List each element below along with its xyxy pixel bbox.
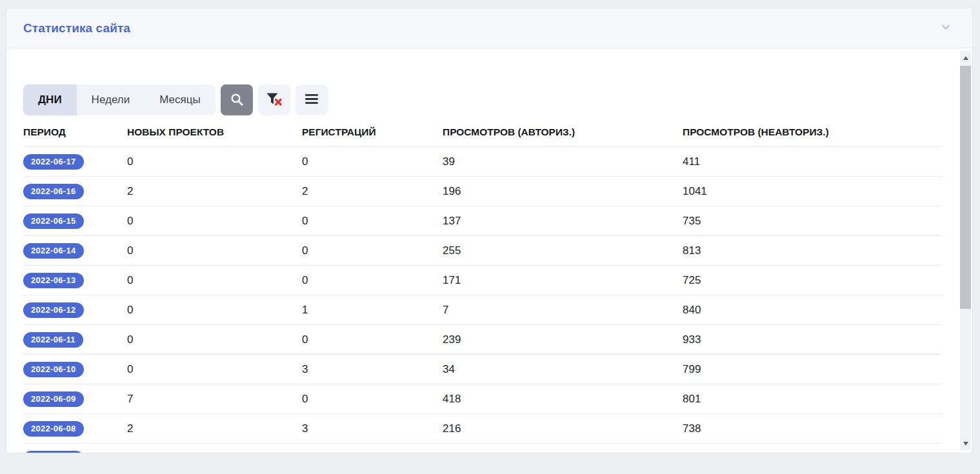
views-auth-cell: 255 bbox=[443, 236, 683, 266]
column-header: ПЕРИОД bbox=[23, 126, 127, 147]
views-unauth-cell: 725 bbox=[683, 266, 941, 295]
period-badge[interactable]: 2022-06-12 bbox=[23, 302, 84, 318]
table-row: 2022-06-1400255813 bbox=[23, 236, 941, 266]
table-row: 2022-06-1300171725 bbox=[23, 266, 941, 295]
views-auth-cell: 196 bbox=[443, 177, 683, 206]
table-row: 2022-06-100334799 bbox=[23, 355, 941, 384]
new-projects-cell: 0 bbox=[127, 295, 302, 325]
period-badge[interactable]: 2022-06-09 bbox=[23, 391, 84, 407]
tab-days[interactable]: ДНИ bbox=[23, 84, 77, 115]
collapse-panel-button[interactable] bbox=[936, 17, 955, 39]
panel-body: ДНИ Недели Месяцы bbox=[6, 48, 972, 453]
views-auth-cell: 39 bbox=[443, 147, 683, 177]
new-projects-cell: 0 bbox=[127, 147, 302, 177]
filter-x-icon bbox=[265, 91, 283, 109]
scrollbar-thumb[interactable] bbox=[960, 66, 971, 309]
views-unauth-cell: 738 bbox=[683, 414, 941, 444]
views-unauth-cell: 840 bbox=[683, 295, 941, 325]
statistics-table: ПЕРИОДНОВЫХ ПРОЕКТОВРЕГИСТРАЦИЙПРОСМОТРО… bbox=[23, 126, 941, 453]
new-projects-cell: 0 bbox=[127, 236, 302, 266]
search-icon bbox=[229, 92, 245, 109]
new-projects-cell: 0 bbox=[127, 206, 302, 236]
panel-title: Статистика сайта bbox=[23, 21, 130, 35]
scroll-down-arrow[interactable] bbox=[960, 438, 971, 449]
period-cell: 2022-06-10 bbox=[23, 355, 127, 384]
table-row: 2022-06-12017840 bbox=[23, 295, 941, 325]
views-unauth-cell: 933 bbox=[683, 325, 941, 355]
tab-months[interactable]: Месяцы bbox=[145, 84, 215, 115]
views-unauth-cell: 799 bbox=[683, 355, 941, 384]
period-cell: 2022-06-14 bbox=[23, 236, 127, 266]
period-cell: 2022-06-08 bbox=[23, 414, 127, 444]
views-unauth-cell: 813 bbox=[683, 236, 941, 266]
period-cell: 2022-06-15 bbox=[23, 206, 127, 236]
panel-header: Статистика сайта bbox=[6, 8, 972, 48]
period-badge[interactable]: 2022-06-11 bbox=[23, 332, 83, 348]
views-unauth-cell: 611 bbox=[683, 444, 941, 453]
table-row: 2022-06-0823216738 bbox=[23, 414, 941, 444]
views-unauth-cell: 735 bbox=[683, 206, 941, 236]
registrations-cell: 0 bbox=[302, 236, 443, 266]
period-cell: 2022-06-12 bbox=[23, 295, 127, 325]
table-row: 2022-06-170039411 bbox=[23, 147, 941, 177]
period-badge[interactable]: 2022-06-07 bbox=[23, 451, 84, 453]
table-row: 2022-06-070144611 bbox=[23, 444, 941, 453]
registrations-cell: 3 bbox=[302, 355, 443, 384]
registrations-cell: 0 bbox=[302, 384, 443, 414]
vertical-scrollbar[interactable] bbox=[960, 51, 971, 450]
views-auth-cell: 418 bbox=[443, 384, 683, 414]
period-cell: 2022-06-17 bbox=[23, 147, 127, 177]
column-header: РЕГИСТРАЦИЙ bbox=[302, 126, 443, 147]
period-badge[interactable]: 2022-06-13 bbox=[23, 273, 84, 288]
views-auth-cell: 239 bbox=[443, 325, 683, 355]
table-row: 2022-06-1500137735 bbox=[23, 206, 941, 236]
registrations-cell: 1 bbox=[302, 444, 443, 453]
new-projects-cell: 0 bbox=[127, 444, 302, 453]
toolbar: ДНИ Недели Месяцы bbox=[23, 84, 941, 115]
statistics-panel: Статистика сайта ДНИ Недели Месяцы bbox=[6, 8, 973, 453]
views-auth-cell: 137 bbox=[443, 206, 683, 236]
period-badge[interactable]: 2022-06-10 bbox=[23, 362, 84, 377]
period-badge[interactable]: 2022-06-15 bbox=[23, 213, 84, 229]
clear-filter-button[interactable] bbox=[258, 84, 290, 115]
hamburger-icon bbox=[305, 93, 319, 107]
views-auth-cell: 171 bbox=[443, 266, 683, 295]
new-projects-cell: 2 bbox=[127, 414, 302, 444]
table-row: 2022-06-16221961041 bbox=[23, 177, 941, 206]
new-projects-cell: 0 bbox=[127, 355, 302, 384]
views-unauth-cell: 801 bbox=[683, 384, 941, 414]
period-badge[interactable]: 2022-06-17 bbox=[23, 154, 84, 170]
period-badge[interactable]: 2022-06-16 bbox=[23, 184, 84, 199]
menu-button[interactable] bbox=[295, 84, 328, 115]
views-auth-cell: 216 bbox=[443, 414, 683, 444]
table-row: 2022-06-0970418801 bbox=[23, 384, 941, 414]
new-projects-cell: 0 bbox=[127, 266, 302, 295]
period-badge[interactable]: 2022-06-14 bbox=[23, 243, 84, 259]
views-unauth-cell: 1041 bbox=[683, 177, 941, 206]
search-button[interactable] bbox=[221, 84, 253, 115]
new-projects-cell: 2 bbox=[127, 177, 302, 206]
content-area: ДНИ Недели Месяцы bbox=[6, 48, 972, 453]
chevron-down-icon bbox=[939, 20, 953, 36]
new-projects-cell: 7 bbox=[127, 384, 302, 414]
registrations-cell: 0 bbox=[302, 325, 443, 355]
views-unauth-cell: 411 bbox=[683, 147, 941, 177]
page: { "panel": { "title": "Статистика сайта"… bbox=[0, 0, 980, 474]
period-badge[interactable]: 2022-06-08 bbox=[23, 421, 84, 437]
table-row: 2022-06-1100239933 bbox=[23, 325, 941, 355]
table-header-row: ПЕРИОДНОВЫХ ПРОЕКТОВРЕГИСТРАЦИЙПРОСМОТРО… bbox=[23, 126, 941, 147]
period-cell: 2022-06-09 bbox=[23, 384, 127, 414]
column-header: ПРОСМОТРОВ (НЕАВТОРИЗ.) bbox=[683, 126, 941, 147]
period-cell: 2022-06-16 bbox=[23, 177, 127, 206]
column-header: НОВЫХ ПРОЕКТОВ bbox=[127, 126, 302, 147]
period-cell: 2022-06-11 bbox=[23, 325, 127, 355]
period-cell: 2022-06-07 bbox=[23, 444, 127, 453]
registrations-cell: 0 bbox=[302, 147, 443, 177]
new-projects-cell: 0 bbox=[127, 325, 302, 355]
scroll-up-arrow[interactable] bbox=[960, 52, 971, 63]
period-cell: 2022-06-13 bbox=[23, 266, 127, 295]
period-tabs: ДНИ Недели Месяцы bbox=[23, 84, 215, 115]
tab-weeks[interactable]: Недели bbox=[77, 84, 145, 115]
registrations-cell: 3 bbox=[302, 414, 443, 444]
views-auth-cell: 34 bbox=[443, 355, 683, 384]
